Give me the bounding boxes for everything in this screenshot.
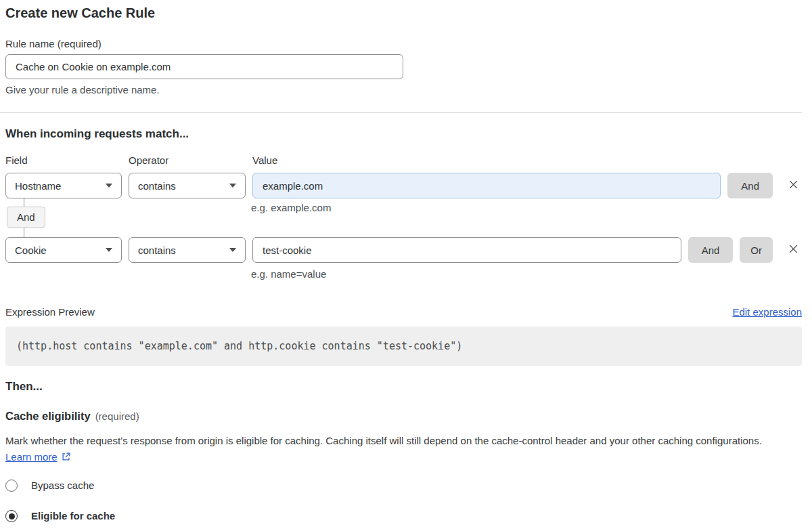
cache-eligibility-heading: Cache eligibility(required) (5, 409, 802, 423)
add-and-condition-row2-button[interactable]: And (688, 237, 734, 263)
connector-line (24, 228, 24, 237)
rule-name-input[interactable] (5, 54, 403, 79)
radio-dot (9, 513, 15, 519)
condition-row-2: Cookie contains And Or (5, 237, 802, 263)
learn-more-link[interactable]: Learn more (5, 451, 58, 463)
connector-band: And e.g. example.com (5, 198, 802, 237)
operator-select-row1[interactable]: contains (129, 173, 246, 198)
then-section-heading: Then... (5, 379, 802, 394)
value-column-label: Value (252, 154, 802, 167)
edit-expression-link[interactable]: Edit expression (732, 305, 802, 319)
add-or-condition-row2-button[interactable]: Or (740, 237, 773, 263)
radio-label-eligible-for-cache: Eligible for cache (31, 509, 115, 523)
operator-column-label: Operator (129, 154, 246, 167)
radio-label-bypass-cache: Bypass cache (31, 479, 94, 492)
add-and-condition-row1-button[interactable]: And (727, 173, 773, 198)
operator-select-row2-value: contains (138, 245, 176, 256)
external-link-icon (61, 450, 71, 467)
field-column-label: Field (5, 154, 122, 167)
rule-name-label: Rule name (required) (5, 37, 802, 51)
remove-condition-row1-button[interactable] (784, 173, 802, 198)
chevron-down-icon (229, 248, 236, 252)
cache-eligibility-description: Mark whether the request’s response from… (5, 433, 790, 467)
field-select-row2-value: Cookie (15, 245, 47, 256)
value-input-row1[interactable] (252, 173, 721, 198)
value-hint-row2: e.g. name=value (251, 268, 802, 281)
condition-row-1: Hostname contains And (5, 173, 802, 198)
close-icon (788, 243, 799, 257)
condition-column-labels: Field Operator Value (5, 154, 802, 167)
cache-eligibility-required: (required) (95, 410, 139, 422)
cache-eligibility-title: Cache eligibility (5, 410, 91, 422)
radio-option-bypass-cache[interactable]: Bypass cache (5, 479, 802, 492)
connector-line (24, 198, 24, 207)
expression-preview-code: (http.host contains "example.com" and ht… (5, 326, 802, 366)
value-hint-row1: e.g. example.com (251, 201, 331, 215)
radio-selected-icon (5, 510, 18, 522)
operator-select-row1-value: contains (138, 180, 176, 192)
value-input-row2[interactable] (252, 237, 681, 263)
page-title: Create new Cache Rule (5, 4, 802, 22)
field-select-row1-value: Hostname (15, 180, 61, 192)
expression-preview-label: Expression Preview (5, 305, 95, 319)
section-divider (0, 112, 802, 113)
and-connector-button[interactable]: And (7, 207, 45, 228)
chevron-down-icon (229, 184, 236, 188)
rule-name-helper: Give your rule a descriptive name. (5, 83, 802, 97)
close-icon (788, 179, 799, 192)
expression-preview-header: Expression Preview Edit expression (5, 305, 802, 319)
cache-eligibility-description-text: Mark whether the request’s response from… (5, 435, 762, 446)
remove-condition-row2-button[interactable] (784, 237, 802, 263)
match-section-heading: When incoming requests match... (5, 127, 802, 142)
radio-option-eligible-for-cache[interactable]: Eligible for cache (5, 509, 802, 523)
chevron-down-icon (106, 184, 112, 188)
chevron-down-icon (106, 248, 112, 252)
operator-select-row2[interactable]: contains (129, 237, 246, 263)
create-cache-rule-page: Create new Cache Rule Rule name (require… (0, 0, 812, 531)
field-select-row1[interactable]: Hostname (5, 173, 122, 198)
radio-unselected-icon (5, 480, 18, 492)
field-select-row2[interactable]: Cookie (5, 237, 122, 263)
